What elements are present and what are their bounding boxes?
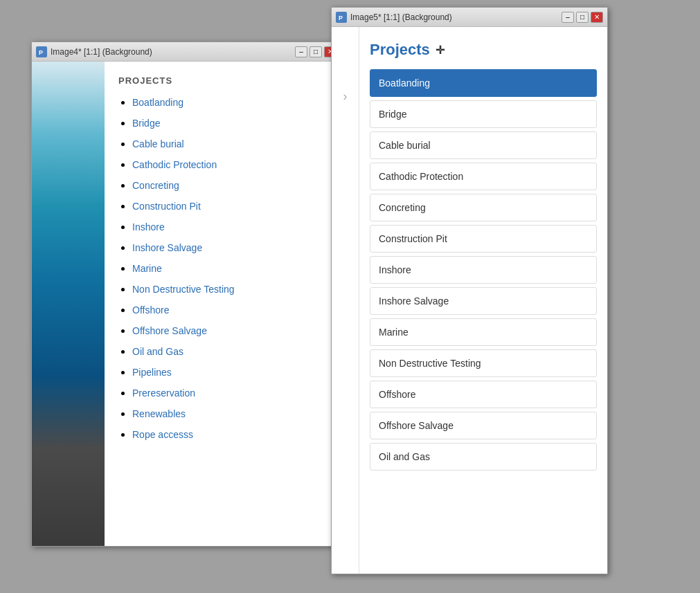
right-panel: Projects ✛ BoatlandingBridgeCable burial…: [359, 27, 607, 574]
project-link-left[interactable]: Cathodic Protection: [132, 159, 217, 170]
projects-panel-left: PROJECTS BoatlandingBridgeCable burialCa…: [105, 62, 341, 546]
window-content-left: PROJECTS BoatlandingBridgeCable burialCa…: [32, 62, 341, 546]
project-item-right[interactable]: Inshore Salvage: [370, 287, 597, 315]
project-item-right[interactable]: Cable burial: [370, 131, 597, 159]
project-link-left[interactable]: Construction Pit: [132, 201, 201, 212]
list-item: Inshore Salvage: [132, 241, 327, 254]
project-item-right[interactable]: Boatlanding: [370, 69, 597, 97]
list-item: Pipelines: [132, 366, 327, 378]
close-btn-right[interactable]: ✕: [591, 12, 603, 23]
titlebar-left: P Image4* [1:1] (Background) – □ ✕: [32, 42, 341, 62]
list-item: Offshore Salvage: [132, 325, 327, 337]
project-item-right[interactable]: Marine: [370, 318, 597, 346]
projects-title-left: PROJECTS: [118, 75, 327, 86]
list-item: Construction Pit: [132, 200, 327, 212]
project-item-right[interactable]: Bridge: [370, 100, 597, 128]
image-panel: [32, 62, 105, 546]
window-left[interactable]: P Image4* [1:1] (Background) – □ ✕ PROJE…: [31, 42, 341, 547]
project-link-left[interactable]: Inshore Salvage: [132, 242, 202, 253]
project-item-right[interactable]: Inshore: [370, 256, 597, 284]
title-text-right: Image5* [1:1] (Background): [350, 12, 452, 22]
list-item: Rope accesss: [132, 428, 327, 441]
minimize-btn-right[interactable]: –: [562, 12, 574, 23]
list-item: Non Destructive Testing: [132, 283, 327, 295]
list-item: Bridge: [132, 117, 327, 129]
window-controls-right[interactable]: – □ ✕: [562, 12, 603, 23]
list-item: Inshore: [132, 221, 327, 233]
project-link-left[interactable]: Renewables: [132, 408, 186, 419]
title-text-left: Image4* [1:1] (Background): [51, 47, 152, 57]
list-item: Prereservation: [132, 387, 327, 399]
project-link-left[interactable]: Inshore: [132, 221, 165, 232]
list-item: Cathodic Protection: [132, 158, 327, 171]
sidebar-arrow[interactable]: ›: [332, 27, 359, 574]
project-item-right[interactable]: Concreting: [370, 194, 597, 221]
image-placeholder: [32, 62, 105, 546]
window-right[interactable]: P Image5* [1:1] (Background) – □ ✕ › Pro…: [331, 7, 608, 574]
project-link-left[interactable]: Boatlanding: [132, 97, 183, 108]
window-title-left: P Image4* [1:1] (Background): [36, 46, 152, 57]
list-item: Oil and Gas: [132, 345, 327, 358]
app-icon-left: P: [36, 46, 47, 57]
project-link-left[interactable]: Offshore Salvage: [132, 325, 207, 336]
app-icon-right: P: [336, 12, 347, 23]
projects-heading-right: Projects ✛: [370, 41, 597, 59]
list-item: Renewables: [132, 408, 327, 420]
project-item-right[interactable]: Non Destructive Testing: [370, 349, 597, 377]
window-content-right: › Projects ✛ BoatlandingBridgeCable buri…: [332, 27, 607, 574]
project-link-left[interactable]: Bridge: [132, 118, 160, 129]
project-link-left[interactable]: Concreting: [132, 180, 179, 191]
window-controls-left[interactable]: – □ ✕: [295, 46, 336, 57]
minimize-btn-left[interactable]: –: [295, 46, 307, 57]
cursor-icon: ✛: [436, 44, 445, 57]
project-link-left[interactable]: Oil and Gas: [132, 346, 183, 357]
project-item-right[interactable]: Construction Pit: [370, 225, 597, 253]
list-item: Concreting: [132, 179, 327, 192]
project-link-left[interactable]: Prereservation: [132, 387, 195, 399]
project-link-left[interactable]: Offshore: [132, 304, 169, 316]
project-link-left[interactable]: Marine: [132, 263, 162, 274]
project-link-left[interactable]: Rope accesss: [132, 429, 193, 440]
project-link-left[interactable]: Pipelines: [132, 367, 172, 378]
list-item: Cable burial: [132, 138, 327, 150]
list-item: Marine: [132, 262, 327, 275]
list-item: Boatlanding: [132, 96, 327, 109]
project-link-left[interactable]: Cable burial: [132, 138, 184, 149]
svg-text:P: P: [39, 49, 43, 56]
list-item: Offshore: [132, 304, 327, 316]
maximize-btn-left[interactable]: □: [309, 46, 322, 57]
projects-list-right: BoatlandingBridgeCable burialCathodic Pr…: [370, 69, 597, 471]
svg-text:P: P: [339, 15, 343, 21]
maximize-btn-right[interactable]: □: [576, 12, 589, 23]
project-item-right[interactable]: Oil and Gas: [370, 443, 597, 471]
projects-list-left: BoatlandingBridgeCable burialCathodic Pr…: [118, 96, 327, 441]
project-link-left[interactable]: Non Destructive Testing: [132, 284, 235, 295]
project-item-right[interactable]: Offshore: [370, 381, 597, 408]
window-title-right: P Image5* [1:1] (Background): [336, 12, 452, 23]
expand-arrow[interactable]: ›: [343, 89, 348, 104]
titlebar-right: P Image5* [1:1] (Background) – □ ✕: [332, 8, 607, 27]
project-item-right[interactable]: Cathodic Protection: [370, 163, 597, 190]
project-item-right[interactable]: Offshore Salvage: [370, 412, 597, 439]
